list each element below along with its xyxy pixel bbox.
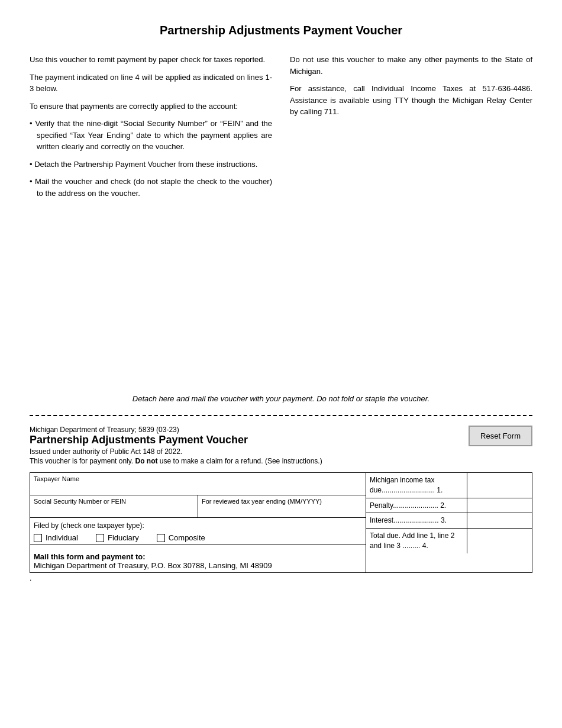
mail-label: Mail this form and payment to: [34, 552, 146, 561]
line4-label: Total due. Add line 1, line 2 and line 3… [366, 529, 467, 553]
period-mark: . [30, 574, 532, 582]
ssn-input[interactable] [34, 506, 194, 515]
taxpayer-name-input[interactable] [34, 484, 362, 492]
num-row-4: Total due. Add line 1, line 2 and line 3… [366, 529, 532, 553]
detach-label: Detach here and mail the voucher with yo… [30, 394, 532, 403]
voucher-title: Partnership Adjustments Payment Voucher [30, 434, 322, 446]
ssn-label: Social Security Number or FEIN [34, 498, 194, 505]
left-para1: Use this voucher to remit payment by pap… [30, 54, 272, 66]
num-row-3: Interest....................... 3. [366, 513, 532, 529]
page: Partnership Adjustments Payment Voucher … [0, 0, 562, 728]
fiduciary-checkbox[interactable] [96, 534, 104, 542]
line2-input[interactable] [470, 501, 529, 511]
taxpayer-name-label: Taxpayer Name [34, 475, 362, 482]
line1-input[interactable] [470, 475, 529, 495]
fiduciary-label: Fiduciary [108, 533, 139, 542]
bullet-1: Verify that the nine-digit “Social Secur… [30, 118, 272, 153]
line3-label: Interest....................... 3. [366, 513, 467, 528]
voucher-meta: Michigan Department of Treasury; 5839 (0… [30, 426, 322, 434]
voucher-note: This voucher is for payment only. Do not… [30, 457, 322, 465]
num-row-2: Penalty....................... 2. [366, 498, 532, 514]
line3-input[interactable] [470, 516, 529, 526]
instructions-section: Use this voucher to remit payment by pap… [30, 54, 532, 205]
voucher-left-header: Michigan Department of Treasury; 5839 (0… [30, 426, 322, 470]
bullet-3: Mail the voucher and check (do not stapl… [30, 176, 272, 199]
voucher-header: Michigan Department of Treasury; 5839 (0… [30, 426, 532, 470]
bullet-list: Verify that the nine-digit “Social Secur… [30, 118, 272, 199]
voucher-subtitle: Issued under authority of Public Act 148… [30, 447, 322, 456]
line1-input-cell [467, 473, 532, 498]
line4-input[interactable] [470, 531, 529, 551]
composite-checkbox[interactable] [157, 534, 165, 542]
left-column: Use this voucher to remit payment by pap… [30, 54, 272, 205]
page-title: Partnership Adjustments Payment Voucher [30, 24, 532, 37]
checkbox-fiduciary: Fiduciary [96, 533, 139, 542]
individual-checkbox[interactable] [34, 534, 42, 542]
reset-button-container: Reset Form [469, 426, 532, 446]
num-row-1: Michigan income tax due.................… [366, 473, 532, 498]
line4-input-cell [467, 529, 532, 553]
ssn-tax-row: Social Security Number or FEIN For revie… [30, 495, 366, 518]
voucher-section: Michigan Department of Treasury; 5839 (0… [30, 421, 532, 582]
detach-line [30, 415, 532, 416]
tax-year-cell: For reviewed tax year ending (MM/YYYY) [198, 495, 366, 517]
reset-form-button[interactable]: Reset Form [469, 426, 532, 446]
checkbox-individual: Individual [34, 533, 78, 542]
left-para2: The payment indicated on line 4 will be … [30, 72, 272, 95]
form-grid: Taxpayer Name Social Security Number or … [30, 472, 532, 573]
checkbox-composite: Composite [157, 533, 205, 542]
tax-year-input[interactable] [202, 506, 362, 515]
right-column: Do not use this voucher to make any othe… [290, 54, 532, 205]
line2-label: Penalty....................... 2. [366, 498, 467, 513]
right-para1: Do not use this voucher to make any othe… [290, 54, 532, 77]
filed-by-row: Filed by (check one taxpayer type): Indi… [30, 518, 366, 545]
form-right: Michigan income tax due.................… [366, 473, 532, 572]
mail-section: Mail this form and payment to: Michigan … [30, 545, 366, 572]
tax-year-label: For reviewed tax year ending (MM/YYYY) [202, 498, 362, 505]
individual-label: Individual [46, 533, 78, 542]
filed-by-label: Filed by (check one taxpayer type): [34, 521, 362, 530]
form-left: Taxpayer Name Social Security Number or … [30, 473, 366, 572]
spacer [30, 217, 532, 394]
taxpayer-name-row: Taxpayer Name [30, 473, 366, 495]
line3-input-cell [467, 513, 532, 528]
right-para2: For assistance, call Individual Income T… [290, 83, 532, 118]
composite-label: Composite [169, 533, 205, 542]
checkboxes: Individual Fiduciary Composite [34, 533, 362, 542]
ssn-cell: Social Security Number or FEIN [30, 495, 198, 517]
line1-label: Michigan income tax due.................… [366, 473, 467, 498]
left-para3: To ensure that payments are correctly ap… [30, 101, 272, 112]
line2-input-cell [467, 498, 532, 513]
bullet-2: Detach the Partnership Payment Voucher f… [30, 159, 272, 170]
mail-address: Michigan Department of Treasury, P.O. Bo… [34, 561, 272, 570]
